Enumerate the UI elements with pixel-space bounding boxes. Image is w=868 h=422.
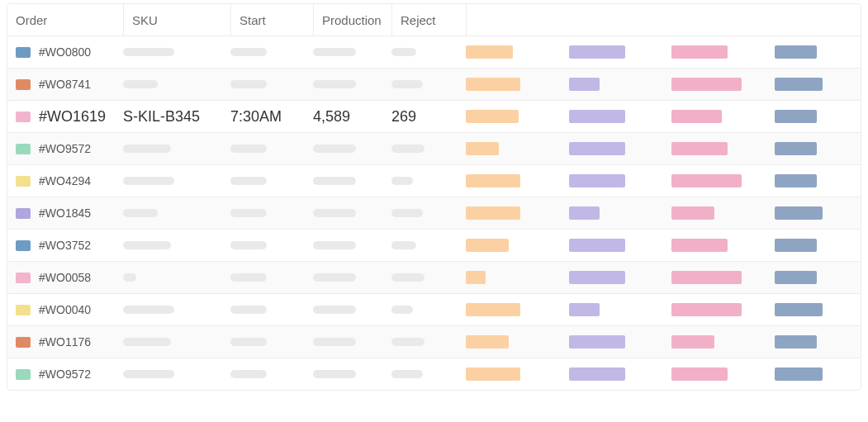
metric-bar bbox=[671, 78, 742, 91]
metric-bar bbox=[466, 303, 520, 316]
start-value: 7:30AM bbox=[230, 108, 282, 126]
skeleton-placeholder bbox=[391, 209, 423, 217]
skeleton-placeholder bbox=[230, 241, 267, 249]
metric-bar bbox=[466, 271, 486, 284]
metric-bar bbox=[569, 78, 600, 91]
metric-bar bbox=[775, 110, 818, 123]
metric-bar bbox=[775, 367, 823, 381]
skeleton-placeholder bbox=[123, 48, 174, 56]
metric-bar bbox=[569, 174, 625, 187]
table-row[interactable]: #WO0058 bbox=[7, 261, 861, 293]
color-swatch bbox=[16, 305, 31, 315]
skeleton-placeholder bbox=[230, 370, 267, 378]
skeleton-placeholder bbox=[123, 241, 171, 249]
metric-bar bbox=[569, 303, 600, 316]
metric-bar bbox=[466, 174, 520, 187]
header-production: Production bbox=[313, 4, 382, 36]
metric-bar bbox=[569, 45, 625, 59]
table-row[interactable]: #WO1845 bbox=[7, 197, 861, 229]
table-header-row: Order SKU Start Production Reject bbox=[7, 4, 861, 36]
metric-bar bbox=[466, 142, 499, 155]
skeleton-placeholder bbox=[123, 273, 136, 282]
skeleton-placeholder bbox=[391, 306, 413, 314]
metric-bar bbox=[569, 110, 625, 123]
order-id: #WO0800 bbox=[39, 45, 91, 59]
table-row[interactable]: #WO3752 bbox=[7, 229, 861, 261]
skeleton-placeholder bbox=[123, 145, 171, 153]
sku-value: S-KIL-B345 bbox=[123, 108, 200, 126]
metric-bar bbox=[671, 45, 728, 59]
skeleton-placeholder bbox=[313, 241, 356, 249]
order-id: #WO1176 bbox=[39, 335, 91, 349]
metric-bar bbox=[775, 239, 818, 252]
table-row[interactable]: #WO0800 bbox=[7, 36, 861, 68]
metric-bar bbox=[671, 142, 728, 155]
skeleton-placeholder bbox=[391, 80, 423, 88]
work-orders-table: Order SKU Start Production Reject #WO080… bbox=[7, 3, 861, 391]
table-row[interactable]: #WO0040 bbox=[7, 293, 861, 325]
metric-bar bbox=[466, 110, 519, 123]
skeleton-placeholder bbox=[230, 145, 267, 153]
skeleton-placeholder bbox=[313, 80, 356, 88]
header-reject: Reject bbox=[391, 4, 436, 36]
metric-bar bbox=[466, 239, 509, 252]
production-value: 4,589 bbox=[313, 108, 350, 126]
metric-bar bbox=[671, 174, 742, 187]
skeleton-placeholder bbox=[123, 370, 174, 378]
table-row[interactable]: #WO9572 bbox=[7, 358, 861, 390]
metric-bar bbox=[671, 110, 722, 123]
header-start: Start bbox=[230, 4, 266, 36]
skeleton-placeholder bbox=[123, 338, 171, 346]
metric-bar bbox=[466, 335, 509, 349]
order-id: #WO1619 bbox=[39, 108, 106, 126]
metric-bar bbox=[775, 142, 818, 155]
table-row[interactable]: #WO9572 bbox=[7, 132, 861, 164]
table-row[interactable]: #WO1619S-KIL-B3457:30AM4,589269 bbox=[7, 100, 861, 132]
header-sku: SKU bbox=[123, 4, 158, 36]
metric-bar bbox=[775, 174, 818, 187]
metric-bar bbox=[569, 142, 625, 155]
skeleton-placeholder bbox=[230, 273, 267, 282]
skeleton-placeholder bbox=[123, 209, 158, 217]
metric-bar bbox=[671, 271, 742, 284]
metric-bar bbox=[466, 367, 520, 381]
metric-bar bbox=[569, 367, 625, 381]
metric-bar bbox=[569, 239, 625, 252]
skeleton-placeholder bbox=[230, 48, 267, 56]
metric-bar bbox=[775, 45, 818, 59]
metric-bar bbox=[671, 239, 728, 252]
color-swatch bbox=[16, 144, 31, 154]
order-id: #WO0040 bbox=[39, 303, 91, 316]
metric-bar bbox=[671, 367, 728, 381]
order-id: #WO8741 bbox=[39, 78, 91, 91]
skeleton-placeholder bbox=[123, 306, 174, 314]
order-id: #WO9572 bbox=[39, 367, 91, 381]
skeleton-placeholder bbox=[313, 177, 356, 185]
metric-bar bbox=[466, 206, 520, 220]
skeleton-placeholder bbox=[230, 80, 267, 88]
skeleton-placeholder bbox=[391, 145, 425, 153]
skeleton-placeholder bbox=[391, 370, 423, 378]
skeleton-placeholder bbox=[313, 209, 356, 217]
metric-bar bbox=[671, 303, 742, 316]
skeleton-placeholder bbox=[123, 80, 158, 88]
skeleton-placeholder bbox=[391, 48, 416, 56]
color-swatch bbox=[16, 208, 31, 219]
color-swatch bbox=[16, 273, 31, 283]
metric-bar bbox=[775, 335, 818, 349]
table-row[interactable]: #WO1176 bbox=[7, 325, 861, 358]
metric-bar bbox=[775, 271, 818, 284]
order-id: #WO4294 bbox=[39, 174, 91, 187]
skeleton-placeholder bbox=[313, 338, 356, 346]
table-row[interactable]: #WO8741 bbox=[7, 68, 861, 100]
reject-value: 269 bbox=[391, 108, 416, 126]
order-id: #WO1845 bbox=[39, 206, 91, 220]
table-row[interactable]: #WO4294 bbox=[7, 164, 861, 197]
skeleton-placeholder bbox=[313, 145, 356, 153]
metric-bar bbox=[569, 206, 600, 220]
metric-bar bbox=[569, 271, 625, 284]
metric-bar bbox=[775, 303, 823, 316]
color-swatch bbox=[16, 369, 31, 380]
metric-bar bbox=[671, 206, 714, 220]
skeleton-placeholder bbox=[313, 306, 356, 314]
